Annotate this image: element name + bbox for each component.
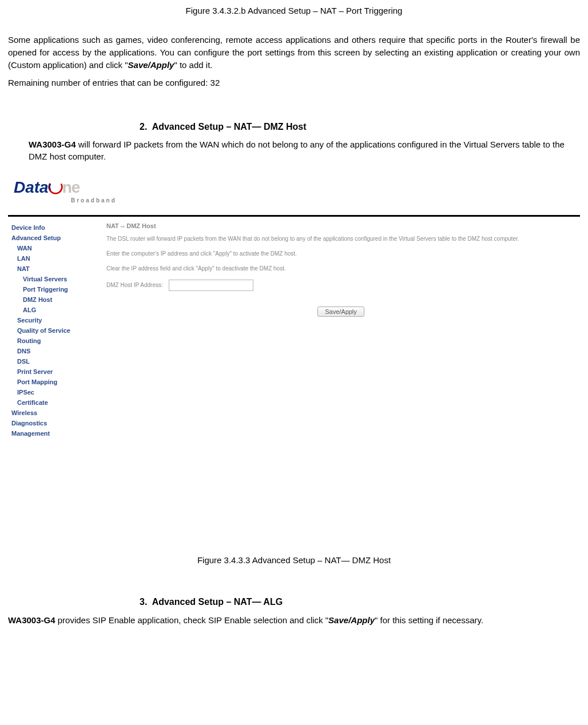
section-3-mid: provides SIP Enable application, check S…: [55, 615, 329, 625]
intro-paragraph: Some applications such as games, video c…: [8, 34, 580, 71]
content-line-1: The DSL router will forward IP packets f…: [106, 235, 575, 243]
logo-text-ne: ne: [62, 178, 80, 197]
nav-dns[interactable]: DNS: [11, 346, 96, 356]
nav-port-mapping[interactable]: Port Mapping: [11, 377, 96, 387]
figure-caption-mid: Figure 3.4.3.3 Advanced Setup – NAT— DMZ…: [8, 555, 580, 565]
nav-wan[interactable]: WAN: [11, 243, 96, 253]
intro-text-a: Some applications such as games, video c…: [8, 35, 580, 70]
content-line-3: Clear the IP address field and click "Ap…: [106, 265, 575, 273]
section-3-intro: WA3003-G4 provides SIP Enable applicatio…: [8, 614, 580, 626]
save-apply-button[interactable]: Save/Apply: [317, 306, 364, 317]
nav-security[interactable]: Security: [11, 315, 96, 325]
nav-alg[interactable]: ALG: [11, 305, 96, 315]
section-3-end: " for this setting if necessary.: [375, 615, 483, 625]
section-2-intro: WA3003-G4 will forward IP packets from t…: [29, 139, 580, 162]
section-3-title: Advanced Setup – NAT— ALG: [152, 597, 283, 607]
dmz-ip-input[interactable]: [169, 280, 253, 291]
section-2-title: Advanced Setup – NAT— DMZ Host: [152, 122, 307, 132]
section-2-model: WA3003-G4: [29, 140, 76, 149]
content-line-2: Enter the computer's IP address and clic…: [106, 250, 575, 258]
remaining-entries: Remaining number of entries that can be …: [8, 78, 580, 87]
logo-subtext: Broadband: [71, 197, 117, 204]
nav-certificate[interactable]: Certificate: [11, 397, 96, 408]
dmz-ip-label: DMZ Host IP Address:: [106, 282, 163, 288]
nav-print-server[interactable]: Print Server: [11, 367, 96, 377]
nav-device-info[interactable]: Device Info: [11, 222, 96, 233]
nav-qos[interactable]: Quality of Service: [11, 325, 96, 336]
nav-lan[interactable]: LAN: [11, 253, 96, 264]
router-header: Data ne Broadband: [8, 172, 580, 217]
logo-swirl-icon: [47, 179, 63, 195]
content-title: NAT -- DMZ Host: [106, 222, 575, 229]
nav-management[interactable]: Management: [11, 428, 96, 439]
nav-nat[interactable]: NAT: [11, 264, 96, 274]
nav-diagnostics[interactable]: Diagnostics: [11, 418, 96, 428]
router-nav: Device InfoAdvanced SetupWANLANNATVirtua…: [8, 220, 98, 439]
section-2-num: 2.: [140, 122, 147, 132]
section-2-rest: will forward IP packets from the WAN whi…: [29, 140, 565, 161]
section-3-model: WA3003-G4: [8, 615, 55, 625]
section-3-heading: 3. Advanced Setup – NAT— ALG: [140, 597, 580, 607]
logo: Data ne: [14, 177, 80, 197]
nav-dsl[interactable]: DSL: [11, 356, 96, 367]
nav-routing[interactable]: Routing: [11, 336, 96, 346]
figure-caption-top: Figure 3.4.3.2.b Advanced Setup – NAT – …: [8, 6, 580, 15]
section-3-num: 3.: [140, 597, 147, 607]
nav-wireless[interactable]: Wireless: [11, 408, 96, 418]
router-screenshot: Data ne Broadband Device InfoAdvanced Se…: [8, 172, 580, 538]
router-content: NAT -- DMZ Host The DSL router will forw…: [98, 220, 580, 317]
nav-virtual-servers[interactable]: Virtual Servers: [11, 274, 96, 284]
intro-save-apply: Save/Apply: [128, 60, 174, 70]
nav-ipsec[interactable]: IPSec: [11, 387, 96, 397]
nav-port-triggering[interactable]: Port Triggering: [11, 284, 96, 294]
logo-text-data: Data: [14, 178, 49, 197]
nav-advanced-setup[interactable]: Advanced Setup: [11, 233, 96, 243]
intro-text-c: " to add it.: [174, 60, 212, 70]
nav-dmz-host[interactable]: DMZ Host: [11, 294, 96, 305]
section-3-save-apply: Save/Apply: [328, 615, 375, 625]
section-2-heading: 2. Advanced Setup – NAT— DMZ Host: [140, 122, 580, 132]
